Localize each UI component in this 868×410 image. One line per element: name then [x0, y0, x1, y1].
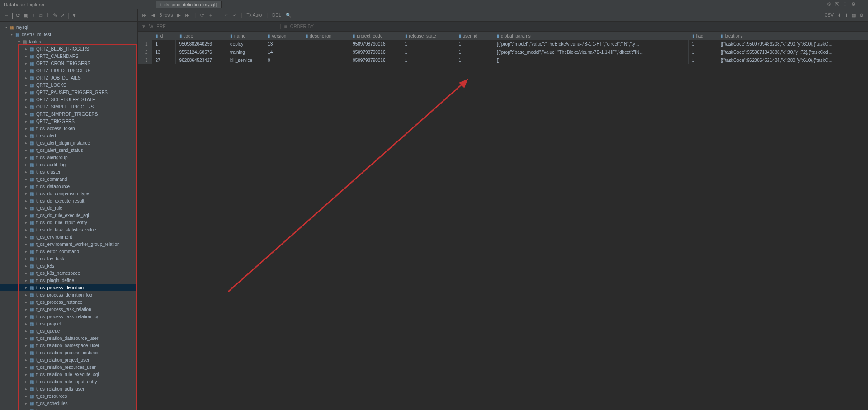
ddl-button[interactable]: DDL — [272, 13, 281, 18]
cell[interactable]: kill_service — [226, 56, 264, 64]
tree-item[interactable]: ▸▦QRTZ_LOCKS — [0, 81, 137, 89]
tree-item[interactable]: ▸▦QRTZ_FIRED_TRIGGERS — [0, 67, 137, 74]
tree-item[interactable]: ▸▦t_ds_environment — [0, 233, 137, 240]
cell[interactable]: 1 — [455, 40, 493, 48]
tree-item[interactable]: ▸▦t_ds_alert — [0, 132, 137, 139]
add-icon[interactable]: ＋ — [31, 11, 36, 19]
refresh-icon[interactable]: ⟳ — [16, 12, 20, 19]
tree-item[interactable]: ▸▦t_ds_audit_log — [0, 161, 137, 168]
tree-item[interactable]: ▸▦t_ds_dq_execute_result — [0, 197, 137, 204]
cell[interactable]: [{"taskCode":9509799486208,"x":290,"y":6… — [717, 40, 868, 48]
cell[interactable]: 1 — [688, 56, 717, 64]
cell[interactable]: 1 — [401, 56, 455, 64]
jump-icon[interactable]: ↗ — [60, 12, 65, 19]
tree-item[interactable]: ▸▦t_ds_dq_comparison_type — [0, 190, 137, 197]
column-header[interactable]: ▮code ÷ — [175, 32, 226, 40]
column-header[interactable]: ▮flag ÷ — [688, 32, 717, 40]
duplicate-icon[interactable]: ⧉ — [39, 12, 43, 19]
upload-icon[interactable]: ⬆ — [844, 13, 848, 18]
tree-item[interactable]: ▸▦t_ds_queue — [0, 327, 137, 335]
orderby-filter[interactable]: ≡ ORDER BY — [281, 24, 317, 29]
remove-row-icon[interactable]: − — [217, 13, 220, 18]
cell[interactable]: 1 — [688, 48, 717, 56]
tree-item[interactable]: ▸▦QRTZ_SIMPROP_TRIGGERS — [0, 110, 137, 118]
tree-item[interactable]: ▸▦t_ds_alert_plugin_instance — [0, 139, 137, 146]
stop-icon[interactable]: ▣ — [23, 12, 28, 19]
tree-item[interactable]: ▸▦t_ds_command — [0, 175, 137, 183]
tree-item[interactable]: ▸▦t_ds_process_definition — [0, 284, 137, 291]
cell[interactable]: training — [226, 48, 264, 56]
column-header[interactable]: ▮global_params ÷ — [493, 32, 689, 40]
cell[interactable]: 14 — [264, 48, 302, 56]
view-icon[interactable]: ▦ — [852, 13, 856, 18]
cell[interactable]: 1 — [688, 40, 717, 48]
cell[interactable] — [302, 48, 349, 56]
tree-item[interactable]: ▾▦tables — [0, 38, 137, 45]
tree-item[interactable]: ▸▦t_ds_dq_rule — [0, 204, 137, 212]
tree-item[interactable]: ▸▦t_ds_process_instance — [0, 298, 137, 306]
tree-item[interactable]: ▸▦t_ds_datasource — [0, 183, 137, 190]
tree-item[interactable]: ▸▦t_ds_relation_process_instance — [0, 349, 137, 356]
cell[interactable]: [{"taskCode":9553071349888,"x":80,"y":72… — [717, 48, 868, 56]
cell[interactable]: 9509802640256 — [175, 40, 226, 48]
gear-icon[interactable]: ⚙ — [851, 1, 856, 7]
tree-item[interactable]: ▾▦mysql — [0, 24, 137, 31]
tree-item[interactable]: ▸▦t_ds_fav_task — [0, 255, 137, 262]
tree-item[interactable]: ▸▦t_ds_relation_rule_execute_sql — [0, 371, 137, 378]
tree-item[interactable]: ▸▦t_ds_dq_rule_input_entry — [0, 219, 137, 226]
column-header[interactable]: ▮id ÷ — [151, 32, 175, 40]
export-csv[interactable]: CSV — [824, 13, 834, 18]
settings-icon[interactable]: ⚙ — [859, 13, 863, 18]
reload-icon[interactable]: ⟳ — [200, 13, 204, 18]
cell[interactable] — [302, 40, 349, 48]
cell[interactable]: deploy — [226, 40, 264, 48]
cell[interactable] — [302, 56, 349, 64]
back-icon[interactable]: ← — [4, 12, 9, 19]
tx-mode[interactable]: Tx Auto — [247, 13, 262, 18]
tree-item[interactable]: ▸▦QRTZ_PAUSED_TRIGGER_GRPS — [0, 89, 137, 96]
nav-first-icon[interactable]: ⏮ — [142, 13, 147, 18]
cell[interactable]: 1 — [401, 48, 455, 56]
cell[interactable]: [{"taskCode":9620864521424,"x":280,"y":6… — [717, 56, 868, 64]
tree-item[interactable]: ▸▦t_ds_relation_rule_input_entry — [0, 378, 137, 385]
cell[interactable]: 9620864523427 — [175, 56, 226, 64]
minimize-icon[interactable]: — — [859, 2, 864, 7]
column-header[interactable]: ▮version ÷ — [264, 32, 302, 40]
column-header[interactable]: ▮release_state ÷ — [401, 32, 455, 40]
tree-item[interactable]: ▸▦QRTZ_CALENDARS — [0, 52, 137, 60]
tree-item[interactable]: ▸▦QRTZ_BLOB_TRIGGERS — [0, 45, 137, 52]
tree-item[interactable]: ▸▦t_ds_environment_worker_group_relation — [0, 240, 137, 248]
tree-item[interactable]: ▸▦QRTZ_JOB_DETAILS — [0, 74, 137, 81]
column-header[interactable]: ▮user_id ÷ — [455, 32, 493, 40]
cell[interactable]: 1 — [455, 56, 493, 64]
tree-item[interactable]: ▸▦t_ds_cluster — [0, 168, 137, 175]
tree-item[interactable]: ▸▦t_ds_process_task_relation_log — [0, 313, 137, 320]
tree-item[interactable]: ▸▦t_ds_process_task_relation — [0, 306, 137, 313]
cell[interactable]: [] — [493, 56, 689, 64]
cell[interactable]: 1 — [455, 48, 493, 56]
tree-item[interactable]: ▸▦t_ds_relation_udfs_user — [0, 385, 137, 392]
tree-item[interactable]: ▸▦t_ds_access_token — [0, 125, 137, 132]
where-filter[interactable]: ▼ WHERE — [138, 24, 281, 29]
cell[interactable]: 13 — [151, 48, 175, 56]
tree-item[interactable]: ▸▦t_ds_relation_resources_user — [0, 363, 137, 371]
nav-last-icon[interactable]: ⏭ — [185, 13, 190, 18]
cell[interactable]: 9509798790016 — [349, 48, 401, 56]
filter-icon[interactable]: ▼ — [71, 12, 77, 19]
nav-next-icon[interactable]: ▶ — [177, 13, 181, 18]
tree-item[interactable]: ▸▦t_ds_k8s_namespace — [0, 269, 137, 277]
cell[interactable]: 9509798790016 — [349, 40, 401, 48]
tree-item[interactable]: ▸▦t_ds_process_definition_log — [0, 291, 137, 298]
cell[interactable]: 13 — [264, 40, 302, 48]
cell[interactable]: 9553124168576 — [175, 48, 226, 56]
tree-item[interactable]: ▸▦t_ds_project — [0, 320, 137, 327]
tree-item[interactable]: ▸▦t_ds_alertgroup — [0, 154, 137, 161]
tree-item[interactable]: ▸▦t_ds_error_command — [0, 248, 137, 255]
nav-prev-icon[interactable]: ◀ — [151, 13, 155, 18]
tree-item[interactable]: ▸▦t_ds_schedules — [0, 400, 137, 407]
cell[interactable]: 9509798790016 — [349, 56, 401, 64]
tree-item[interactable]: ▸▦t_ds_relation_project_user — [0, 356, 137, 363]
add-row-icon[interactable]: ＋ — [208, 12, 213, 19]
cell[interactable]: [{"prop":"model","value":"TheBloke/vicun… — [493, 40, 689, 48]
cell[interactable]: 1 — [401, 40, 455, 48]
